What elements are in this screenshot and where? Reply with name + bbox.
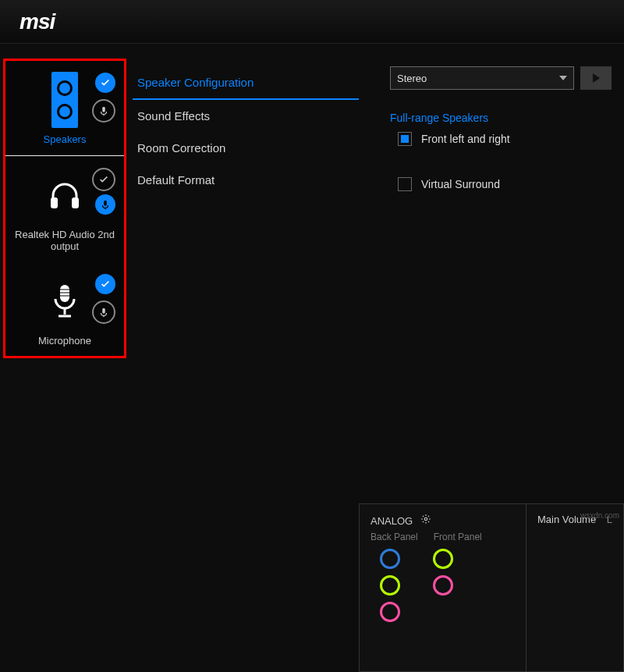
device-label: Speakers [9, 133, 120, 146]
brand-logo: msi [20, 9, 55, 34]
bottom-panels: ANALOG Back Panel Front Panel Main Volum… [359, 503, 624, 672]
dropdown-value: Stereo [397, 73, 427, 84]
settings-nav: Speaker Configuration Sound Effects Room… [133, 66, 359, 196]
device-icon [9, 168, 120, 222]
main-volume-panel: Main Volume L [526, 503, 624, 672]
chevron-down-icon [559, 76, 567, 80]
speaker-mode-dropdown[interactable]: Stereo [390, 66, 574, 90]
svg-rect-6 [60, 285, 69, 302]
headphones-icon [45, 176, 84, 215]
jack-front-1[interactable] [433, 549, 453, 569]
device-icon [9, 73, 120, 127]
device-sidebar: Speakers Realtek HD Audio 2nd output [3, 59, 126, 358]
nav-default-format[interactable]: Default Format [133, 164, 359, 196]
svg-rect-0 [102, 107, 105, 112]
back-panel-label: Back Panel [370, 532, 418, 542]
device-label: Microphone [9, 335, 120, 347]
speaker-icon [51, 72, 78, 128]
nav-speaker-configuration[interactable]: Speaker Configuration [133, 66, 359, 100]
jack-front-2[interactable] [433, 575, 453, 596]
device-icon [9, 274, 120, 329]
jack-grid [380, 549, 515, 622]
svg-rect-2 [51, 197, 58, 208]
checkbox-icon [398, 132, 412, 146]
play-icon [593, 73, 600, 83]
device-settings-icon[interactable] [92, 99, 115, 123]
svg-rect-3 [72, 197, 79, 208]
front-panel-label: Front Panel [434, 532, 482, 542]
fullrange-title: Full-range Speakers [390, 112, 616, 124]
device-realtek-2nd[interactable]: Realtek HD Audio 2nd output [5, 156, 124, 262]
analog-title: ANALOG [370, 515, 413, 527]
test-play-button[interactable] [580, 66, 612, 90]
analog-panel: ANALOG Back Panel Front Panel [359, 503, 526, 672]
checkbox-front-lr[interactable]: Front left and right [398, 132, 616, 146]
microphone-icon [49, 282, 80, 321]
checkbox-label: Virtual Surround [421, 178, 500, 190]
device-speakers[interactable]: Speakers [5, 61, 124, 156]
check-icon[interactable] [92, 168, 115, 191]
watermark: wsxdn.com [580, 511, 619, 520]
device-settings-icon[interactable] [92, 300, 115, 324]
svg-point-14 [424, 517, 427, 521]
gear-icon[interactable] [420, 514, 431, 527]
jack-back-1[interactable] [380, 549, 400, 569]
jack-back-2[interactable] [380, 575, 400, 596]
check-icon[interactable] [95, 73, 115, 93]
nav-sound-effects[interactable]: Sound Effects [133, 100, 359, 132]
device-microphone[interactable]: Microphone [5, 262, 124, 357]
app-root: msi Speakers [0, 0, 624, 672]
device-settings-icon[interactable] [95, 194, 115, 215]
config-pane: Stereo Full-range Speakers Front left an… [390, 66, 616, 197]
titlebar: msi [0, 0, 624, 44]
check-icon[interactable] [95, 274, 115, 294]
checkbox-label: Front left and right [421, 133, 510, 145]
svg-rect-12 [102, 308, 105, 314]
svg-rect-4 [104, 200, 107, 205]
nav-room-correction[interactable]: Room Correction [133, 132, 359, 164]
checkbox-icon [398, 177, 412, 191]
jack-back-3[interactable] [380, 602, 400, 622]
checkbox-virtual-surround[interactable]: Virtual Surround [398, 177, 616, 191]
device-label: Realtek HD Audio 2nd output [9, 229, 120, 253]
